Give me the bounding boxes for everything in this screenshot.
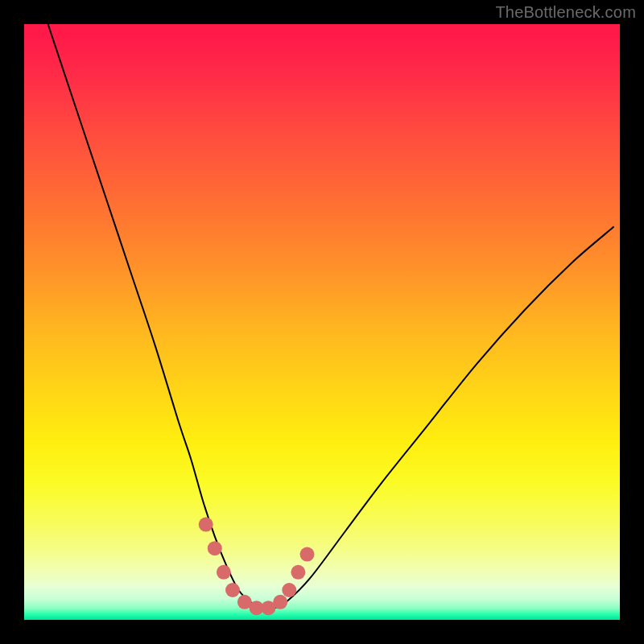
highlight-marker	[291, 565, 305, 580]
chart-frame: TheBottleneck.com	[0, 0, 644, 644]
watermark-text: TheBottleneck.com	[495, 3, 636, 22]
highlight-markers-group	[199, 518, 315, 616]
bottleneck-curve-svg	[24, 24, 620, 620]
highlight-marker	[217, 565, 231, 580]
highlight-marker	[282, 583, 296, 597]
highlight-marker	[225, 583, 240, 597]
highlight-marker	[300, 547, 315, 562]
bottleneck-curve-path	[48, 24, 614, 609]
highlight-marker	[199, 518, 213, 532]
plot-area	[24, 24, 620, 620]
highlight-marker	[273, 595, 287, 609]
highlight-marker	[208, 541, 222, 555]
